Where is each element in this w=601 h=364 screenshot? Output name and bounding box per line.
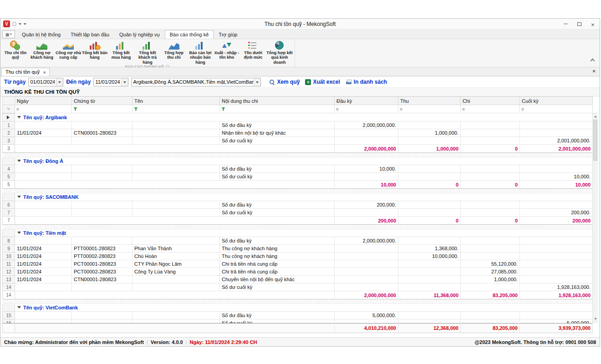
action-link-label: In danh sách <box>354 79 387 85</box>
vertical-scrollbar[interactable] <box>592 113 598 323</box>
menu-tab-1[interactable]: Quản trị hệ thống <box>17 30 66 39</box>
ribbon-item-2[interactable]: Công nợ khách hàng <box>29 40 55 60</box>
column-header-2[interactable]: Chứng từ <box>72 97 132 105</box>
from-date-dropdown-button[interactable] <box>56 78 63 86</box>
table-row[interactable]: 211/01/2024CTN00001-280823Nhận tiền nội … <box>3 129 593 137</box>
column-header-3[interactable]: Tên <box>132 97 220 105</box>
ribbon-item-7[interactable]: Tổng hợp thu chi <box>161 40 187 60</box>
total-gap <box>15 181 335 189</box>
ribbon-item-6[interactable]: Tổng kết khách trả hàng <box>134 40 161 65</box>
group-header-row[interactable]: Tên quỹ: Đông Á <box>3 157 593 165</box>
filter-cell-7[interactable] <box>461 105 520 113</box>
chevron-down-icon <box>10 34 12 36</box>
pie-chart-icon <box>274 40 285 50</box>
table-row[interactable]: 8Số dư đầu kỳ2,000,000,000. <box>3 237 593 245</box>
cell <box>72 312 132 319</box>
group-header-row[interactable]: Tên quỹ: SACOMBANK <box>3 193 593 201</box>
action-link-1[interactable]: Xem quỹ <box>269 79 300 85</box>
ribbon-item-11[interactable]: Tổng hợp kết quả kinh doanh <box>266 40 293 65</box>
menu-tab-5[interactable]: Trợ giúp <box>214 30 242 39</box>
close-button[interactable] <box>586 19 600 29</box>
ribbon-item-8[interactable]: Báo cáo lợi nhuận bán hàng <box>187 40 214 65</box>
ribbon-items: Thu chi tồn quỹCông nợ khách hàngCông nợ… <box>2 40 293 65</box>
tab-close-icon[interactable] <box>43 69 46 75</box>
column-header-1[interactable]: Ngày <box>15 97 72 105</box>
column-header-4[interactable]: Nội dung thu chi <box>220 97 335 105</box>
ribbon-item-1[interactable]: Thu chi tồn quỹ <box>2 40 29 60</box>
action-link-3[interactable]: In danh sách <box>346 79 387 85</box>
filter-cell-3[interactable] <box>132 105 220 113</box>
scrollbar-thumb[interactable] <box>593 120 597 161</box>
strip-close-icon[interactable] <box>592 69 596 74</box>
table-row[interactable]: 16Số dư cuối kỳ5,000,000. <box>3 319 593 324</box>
filter-cell-2[interactable] <box>72 105 132 113</box>
table-row[interactable]: 7Số dư cuối kỳ200,000. <box>3 209 593 217</box>
menu-tab-4[interactable]: Báo cáo thống kê <box>165 30 214 39</box>
group-total-value: 0 <box>398 181 461 189</box>
group-header-row[interactable]: Tên quỹ: VietComBank <box>3 304 593 312</box>
table-row[interactable]: 1011/01/2024PTT00002-280823Chú HoànThu c… <box>3 253 593 260</box>
group-header-row[interactable]: Tên quỹ: Tiền mặt <box>3 229 593 237</box>
table-row[interactable]: 1311/01/2024CTN00001-280823Chuyển tiền n… <box>3 276 593 283</box>
table-row[interactable]: 5Số dư cuối kỳ10,000. <box>3 173 593 181</box>
table-row[interactable]: 3Số dư cuối kỳ2,001,000,000. <box>3 137 593 145</box>
ribbon-item-3[interactable]: Công nợ nhà cung cấp <box>55 40 81 60</box>
table-row[interactable]: 911/01/2024PTT00001-280823Phan Văn Thành… <box>3 245 593 253</box>
from-date-input[interactable] <box>29 78 56 86</box>
fund-select-dropdown-button[interactable] <box>254 78 260 86</box>
spacer-cell <box>3 299 593 304</box>
scroll-up-icon[interactable] <box>593 113 598 119</box>
fund-select-value: Argibank,Đông Á,SACOMBANK,Tiền mặt,VietC… <box>132 78 254 86</box>
menu-tab-3[interactable]: Quản lý nghiệp vụ <box>114 30 165 39</box>
cell <box>335 268 398 276</box>
version-text: Version: 4.0.0 <box>151 339 183 345</box>
ribbon-collapse-icon[interactable] <box>591 59 595 63</box>
minimize-icon <box>564 24 568 24</box>
quick-access-menu-icon[interactable] <box>24 23 26 26</box>
scroll-down-icon[interactable] <box>593 316 598 322</box>
cell <box>72 201 132 209</box>
filter-cell-8[interactable] <box>520 105 593 113</box>
table-row[interactable]: 15Số dư đầu kỳ5,000,000. <box>3 312 593 319</box>
to-date-input[interactable] <box>94 78 121 86</box>
chevron-down-icon[interactable] <box>19 23 21 26</box>
cell: Số dư cuối kỳ <box>220 173 335 181</box>
ribbon-item-10[interactable]: Tồn dưới định mức <box>240 40 266 60</box>
table-row[interactable]: 1Số dư đầu kỳ2,000,000,000. <box>3 121 593 129</box>
minimize-button[interactable] <box>559 19 572 29</box>
filter-cell-5[interactable] <box>335 105 398 113</box>
ribbon-menu-button[interactable]: ▦ <box>2 30 15 38</box>
row-number: 7 <box>3 217 15 225</box>
equals-filter-icon <box>400 106 402 112</box>
table-row[interactable]: 6Số dư đầu kỳ200,000. <box>3 201 593 209</box>
expanded-triangle-icon <box>17 306 21 310</box>
filter-cell-6[interactable] <box>398 105 461 113</box>
column-header-6[interactable]: Thu <box>398 97 461 105</box>
filter-cell-1[interactable] <box>15 105 72 113</box>
table-row[interactable]: 1111/01/2024PCT00001-280823CTY Phần Ngọc… <box>3 260 593 268</box>
grid-corner <box>3 97 15 105</box>
fund-select-combo[interactable]: Argibank,Đông Á,SACOMBANK,Tiền mặt,VietC… <box>131 78 261 86</box>
printer-icon <box>346 79 352 85</box>
to-date-dropdown-button[interactable] <box>121 78 128 86</box>
cell <box>132 276 220 283</box>
column-header-5[interactable]: Đầu kỳ <box>335 97 398 105</box>
column-header-7[interactable]: Chi <box>461 97 520 105</box>
cell <box>520 121 593 129</box>
action-link-2[interactable]: Xuất excel <box>305 79 340 85</box>
ribbon-item-5[interactable]: Tổng kết mua hàng <box>108 40 134 60</box>
ribbon-item-4[interactable]: Tổng kết bán hàng <box>81 40 108 60</box>
filter-cell-4[interactable] <box>220 105 335 113</box>
table-row[interactable]: 4Số dư đầu kỳ10,000. <box>3 165 593 173</box>
coins-icon <box>10 40 21 50</box>
cell: PCT00001-280823 <box>72 260 132 268</box>
group-header-row[interactable]: Tên quỹ: Argibank <box>3 114 593 121</box>
table-row[interactable]: 1211/01/2024PCT00002-280823Công Ty Lúa V… <box>3 268 593 276</box>
table-row[interactable]: 14Số dư cuối kỳ1,928,163,000. <box>3 283 593 291</box>
menu-tab-2[interactable]: Thiết lập ban đầu <box>66 30 114 39</box>
document-tab[interactable]: Thu chi tồn quỹ <box>1 68 50 76</box>
maximize-button[interactable] <box>572 19 586 29</box>
cell: 5,000,000. <box>335 312 398 319</box>
ribbon-item-9[interactable]: Xuất - nhập - tồn kho <box>214 40 240 60</box>
column-header-8[interactable]: Cuối kỳ <box>520 97 593 105</box>
